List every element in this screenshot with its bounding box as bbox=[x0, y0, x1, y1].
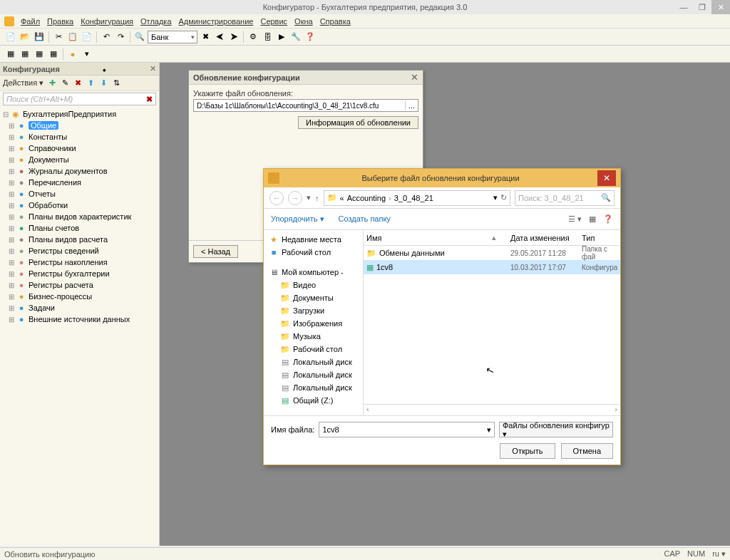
filetype-filter[interactable]: Файлы обновления конфигур ▾ bbox=[499, 422, 613, 437]
up-icon[interactable]: ▾ bbox=[307, 193, 311, 202]
refresh-icon[interactable]: ↻ bbox=[500, 193, 507, 202]
tree-item[interactable]: ⊞●Перечисления bbox=[0, 177, 159, 188]
run-icon[interactable]: ▶ bbox=[275, 31, 288, 43]
nav-item[interactable]: 📁Документы bbox=[267, 291, 360, 304]
nav-item[interactable]: 📁Изображения bbox=[267, 317, 360, 330]
expand-icon[interactable]: ⊞ bbox=[9, 133, 16, 141]
open-icon[interactable]: 📂 bbox=[19, 31, 31, 43]
expand-icon[interactable]: ⊞ bbox=[9, 202, 16, 209]
nav-item[interactable]: ▤Общий (Z:) bbox=[267, 394, 360, 407]
expand-icon[interactable]: ⊞ bbox=[9, 145, 16, 152]
scrollbar[interactable]: ‹› bbox=[364, 404, 620, 415]
nav-item[interactable]: 🌐Сеть bbox=[267, 414, 360, 415]
dialog-close-button[interactable]: ✕ bbox=[597, 170, 616, 186]
up-folder-icon[interactable]: ↑ bbox=[315, 194, 319, 202]
expand-icon[interactable]: ⊞ bbox=[9, 167, 16, 175]
help-icon[interactable]: ❓ bbox=[603, 214, 613, 224]
expand-icon[interactable]: ⊞ bbox=[9, 122, 16, 130]
tool-icon[interactable]: ▦ bbox=[19, 48, 31, 61]
tool-icon[interactable]: ▦ bbox=[4, 48, 17, 61]
tool-icon[interactable]: ▦ bbox=[47, 48, 60, 61]
expand-icon[interactable]: ⊞ bbox=[9, 270, 16, 278]
clear-search-icon[interactable]: ✖ bbox=[146, 95, 153, 104]
expand-icon[interactable]: ⊞ bbox=[9, 190, 16, 198]
nav-item[interactable]: 📁Рабочий стол bbox=[267, 343, 360, 356]
tree-item[interactable]: ⊞●Регистры сведений bbox=[0, 245, 159, 256]
expand-icon[interactable]: ⊞ bbox=[9, 224, 16, 232]
filename-input[interactable]: 1cv8▾ bbox=[319, 422, 495, 437]
tree-root[interactable]: ⊟ ◉ БухгалтерияПредприятия bbox=[0, 108, 159, 120]
help-icon[interactable]: ❓ bbox=[304, 31, 317, 43]
crumb-item[interactable]: « bbox=[340, 194, 344, 202]
sort-icon[interactable]: ⇅ bbox=[110, 78, 122, 89]
expand-icon[interactable]: ⊞ bbox=[9, 236, 16, 244]
nav-item[interactable]: ▤Локальный диск bbox=[267, 368, 360, 381]
undo-icon[interactable]: ↶ bbox=[100, 31, 113, 43]
down-icon[interactable]: ⬇ bbox=[98, 78, 109, 89]
config-icon[interactable]: ⚙ bbox=[247, 31, 259, 43]
expand-icon[interactable]: ⊞ bbox=[9, 293, 16, 301]
up-icon[interactable]: ⬆ bbox=[85, 78, 96, 89]
col-type[interactable]: Тип bbox=[582, 234, 617, 242]
expand-icon[interactable]: ⊞ bbox=[9, 213, 16, 221]
db-icon[interactable]: 🗄 bbox=[261, 31, 274, 43]
play-icon[interactable]: ● bbox=[66, 48, 79, 61]
tree-item[interactable]: ⊞●Константы bbox=[0, 131, 159, 142]
tree-item[interactable]: ⊞●Общие bbox=[0, 120, 159, 131]
tree-item[interactable]: ⊞●Планы счетов bbox=[0, 222, 159, 234]
expand-icon[interactable]: ⊞ bbox=[9, 316, 16, 323]
search-combo[interactable]: Банк bbox=[148, 31, 197, 43]
search-icon[interactable]: 🔍 bbox=[133, 31, 146, 43]
copy-icon[interactable]: 📋 bbox=[66, 31, 79, 43]
tree-item[interactable]: ⊞●Регистры бухгалтерии bbox=[0, 268, 159, 279]
tree-item[interactable]: ⊞●Задачи bbox=[0, 302, 159, 313]
minimize-button[interactable]: — bbox=[674, 0, 693, 14]
menu-item[interactable]: Правка bbox=[43, 16, 77, 27]
edit-icon[interactable]: ✎ bbox=[59, 78, 71, 89]
back-icon[interactable]: ← bbox=[269, 191, 284, 205]
path-input[interactable]: D:\Базы 1с\Шаблоны\1c\Accounting\3_0_48_… bbox=[193, 99, 418, 112]
file-search[interactable]: Поиск: 3_0_48_21 🔍 bbox=[515, 190, 615, 206]
view-icon[interactable]: ☰ ▾ bbox=[568, 214, 582, 224]
nav-item[interactable]: 📁Музыка bbox=[267, 330, 360, 343]
dialog-close-icon[interactable]: ✕ bbox=[411, 72, 418, 83]
tree-search[interactable]: Поиск (Ctrl+Alt+M) ✖ bbox=[3, 93, 156, 105]
file-row[interactable]: 📁Обмены данными29.05.2017 11:28Папка с ф… bbox=[364, 246, 620, 260]
menu-item[interactable]: Файл bbox=[17, 16, 43, 27]
menu-item[interactable]: Администрирование bbox=[175, 16, 257, 27]
menu-item[interactable]: Конфигурация bbox=[77, 16, 137, 27]
menu-item[interactable]: Сервис bbox=[257, 16, 291, 27]
paste-icon[interactable]: 📄 bbox=[81, 31, 93, 43]
cancel-button[interactable]: Отмена bbox=[561, 443, 613, 459]
tool-icon[interactable]: ▦ bbox=[33, 48, 46, 61]
delete-icon[interactable]: ✖ bbox=[72, 78, 83, 89]
close-button[interactable]: ✕ bbox=[711, 0, 730, 14]
preview-icon[interactable]: ▦ bbox=[589, 214, 596, 224]
back-button[interactable]: < Назад bbox=[193, 245, 238, 258]
collapse-icon[interactable]: ⊟ bbox=[3, 110, 10, 118]
new-folder-button[interactable]: Создать папку bbox=[339, 214, 391, 224]
nav-item[interactable]: 🖥Мой компьютер - bbox=[267, 266, 360, 279]
expand-icon[interactable]: ⊞ bbox=[9, 247, 16, 255]
menu-item[interactable]: Справка bbox=[317, 16, 354, 27]
redo-icon[interactable]: ↷ bbox=[114, 31, 127, 43]
new-icon[interactable]: 📄 bbox=[4, 31, 17, 43]
tree-item[interactable]: ⊞●Внешние источники данных bbox=[0, 313, 159, 325]
expand-icon[interactable]: ⊞ bbox=[9, 281, 16, 289]
tree-item[interactable]: ⊞●Справочники bbox=[0, 142, 159, 154]
expand-icon[interactable]: ⊞ bbox=[9, 259, 16, 266]
crumb-item[interactable]: Accounting bbox=[347, 194, 386, 202]
nav-item[interactable]: 📁Загрузки bbox=[267, 304, 360, 317]
add-icon[interactable]: ✚ bbox=[46, 78, 58, 89]
menu-item[interactable]: Отладка bbox=[137, 16, 175, 27]
expand-icon[interactable]: ⊞ bbox=[9, 156, 16, 164]
maximize-button[interactable]: ❐ bbox=[693, 0, 711, 14]
crumb-item[interactable]: 3_0_48_21 bbox=[394, 194, 433, 202]
crumb-dropdown-icon[interactable]: ▾ bbox=[493, 193, 498, 202]
dropdown-icon[interactable]: ▾ bbox=[81, 48, 93, 61]
clear-icon[interactable]: ✖ bbox=[199, 31, 212, 43]
next-icon[interactable]: ⮞ bbox=[227, 31, 240, 43]
panel-pin-icon[interactable]: ⬥ bbox=[102, 65, 107, 73]
search-icon[interactable]: 🔍 bbox=[601, 193, 611, 202]
tree-item[interactable]: ⊞●Отчеты bbox=[0, 188, 159, 199]
